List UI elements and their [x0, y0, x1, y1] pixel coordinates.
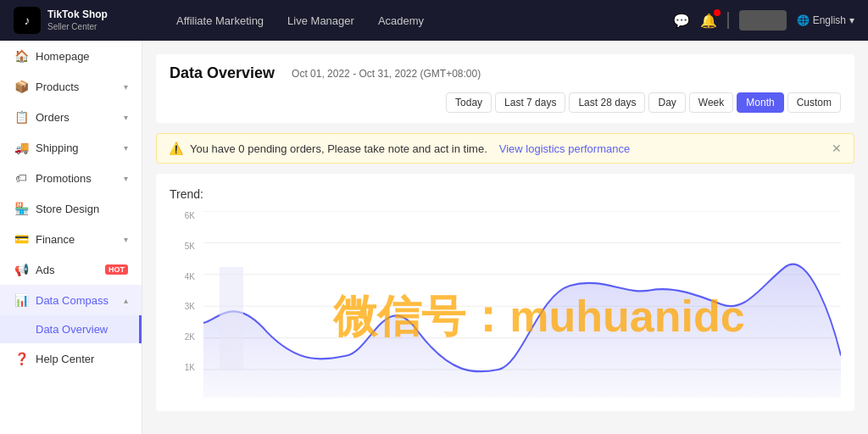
- sidebar-label-data-compass: Data Compass: [36, 294, 117, 307]
- divider: [727, 12, 729, 29]
- shipping-icon: 🚚: [14, 141, 29, 154]
- chart-area: 1K 2K 3K 4K 5K 6K: [170, 211, 841, 398]
- language-selector[interactable]: 🌐 English ▾: [797, 14, 854, 26]
- hot-badge: HOT: [105, 264, 128, 275]
- notification-badge: [714, 9, 721, 16]
- chart-svg-container: 微信号：muhuanidc: [203, 211, 841, 398]
- globe-icon: 🌐: [797, 14, 810, 26]
- nav-right: 💬 🔔 🌐 English ▾: [673, 10, 854, 31]
- date-range: Oct 01, 2022 - Oct 31, 2022 (GMT+08:00): [292, 68, 481, 80]
- chart-y-labels: 1K 2K 3K 4K 5K 6K: [170, 211, 200, 372]
- promotions-arrow-icon: ▾: [124, 174, 128, 183]
- notification-icon[interactable]: 🔔: [700, 13, 717, 29]
- page-title: Data Overview: [170, 64, 275, 82]
- time-btn-last7[interactable]: Last 7 days: [495, 92, 565, 113]
- main-content: Data Overview Oct 01, 2022 - Oct 31, 202…: [142, 41, 868, 434]
- sidebar-label-ads: Ads: [36, 264, 95, 276]
- nav-academy[interactable]: Academy: [378, 14, 424, 27]
- sidebar-label-promotions: Promotions: [36, 172, 117, 185]
- sidebar-item-orders[interactable]: 📋 Orders ▾: [0, 102, 142, 132]
- time-btn-last28[interactable]: Last 28 days: [569, 92, 645, 113]
- products-icon: 📦: [14, 80, 29, 93]
- y-label-2k: 2K: [170, 332, 200, 342]
- alert-link[interactable]: View logistics performance: [499, 142, 630, 155]
- tiktok-logo-icon: ♪: [14, 7, 41, 34]
- alert-close-button[interactable]: ✕: [832, 142, 842, 155]
- sidebar-item-store-design[interactable]: 🏪 Store Design: [0, 193, 142, 224]
- y-label-1k: 1K: [170, 363, 200, 372]
- y-label-6k: 6K: [170, 211, 200, 220]
- store-design-icon: 🏪: [14, 202, 29, 215]
- time-btn-day[interactable]: Day: [648, 92, 685, 113]
- finance-icon: 💳: [14, 232, 29, 246]
- time-buttons: Today Last 7 days Last 28 days Day Week …: [446, 92, 841, 113]
- products-arrow-icon: ▾: [124, 82, 128, 92]
- sidebar-label-products: Products: [36, 81, 117, 93]
- sidebar-item-shipping[interactable]: 🚚 Shipping ▾: [0, 132, 142, 163]
- sidebar-label-shipping: Shipping: [36, 142, 117, 154]
- finance-arrow-icon: ▾: [124, 235, 128, 244]
- svg-rect-8: [220, 267, 243, 370]
- lang-label: English: [813, 14, 846, 26]
- time-btn-custom[interactable]: Custom: [787, 92, 841, 113]
- alert-banner: ⚠️ You have 0 pending orders, Please tak…: [156, 133, 854, 164]
- y-label-3k: 3K: [170, 302, 200, 311]
- nav-affiliate-marketing[interactable]: Affiliate Marketing: [176, 14, 264, 27]
- alert-text: You have 0 pending orders, Please take n…: [190, 142, 487, 155]
- sidebar-item-products[interactable]: 📦 Products ▾: [0, 71, 142, 102]
- sidebar-item-promotions[interactable]: 🏷 Promotions ▾: [0, 163, 142, 193]
- alert-warning-icon: ⚠️: [169, 142, 183, 155]
- sidebar-label-finance: Finance: [36, 233, 117, 246]
- promotions-icon: 🏷: [14, 171, 29, 185]
- y-label-4k: 4K: [170, 272, 200, 281]
- sidebar-label-orders: Orders: [36, 111, 117, 124]
- logo-area: ♪ TikTok Shop Seller Center: [14, 7, 149, 34]
- trend-chart: [203, 211, 841, 398]
- home-icon: 🏠: [14, 49, 29, 63]
- data-compass-arrow-icon: ▴: [124, 296, 128, 305]
- layout: 🏠 Homepage 📦 Products ▾ 📋 Orders ▾ 🚚 Shi…: [0, 41, 868, 434]
- sidebar-item-finance[interactable]: 💳 Finance ▾: [0, 224, 142, 254]
- orders-arrow-icon: ▾: [124, 113, 128, 122]
- user-avatar[interactable]: [739, 10, 787, 31]
- sidebar-sub-data-overview[interactable]: Data Overview: [0, 315, 142, 343]
- y-label-5k: 5K: [170, 242, 200, 251]
- data-overview-header: Data Overview Oct 01, 2022 - Oct 31, 202…: [156, 54, 854, 123]
- shipping-arrow-icon: ▾: [124, 143, 128, 153]
- logo-text: TikTok Shop Seller Center: [47, 8, 108, 33]
- svg-text:♪: ♪: [25, 14, 31, 27]
- time-btn-month[interactable]: Month: [737, 92, 783, 113]
- data-compass-icon: 📊: [14, 293, 29, 307]
- orders-icon: 📋: [14, 110, 29, 124]
- help-center-icon: ❓: [14, 352, 29, 365]
- sidebar-item-homepage[interactable]: 🏠 Homepage: [0, 41, 142, 71]
- chevron-down-icon: ▾: [849, 14, 854, 26]
- sidebar-label-homepage: Homepage: [36, 50, 128, 63]
- chart-title: Trend:: [170, 187, 841, 201]
- message-icon[interactable]: 💬: [673, 13, 690, 29]
- chart-container: Trend: 1K 2K 3K 4K 5K 6K: [156, 174, 854, 411]
- sidebar-item-help-center[interactable]: ❓ Help Center: [0, 343, 142, 374]
- sidebar: 🏠 Homepage 📦 Products ▾ 📋 Orders ▾ 🚚 Shi…: [0, 41, 142, 434]
- time-btn-week[interactable]: Week: [689, 92, 733, 113]
- nav-links: Affiliate Marketing Live Manager Academy: [176, 14, 646, 27]
- top-nav: ♪ TikTok Shop Seller Center Affiliate Ma…: [0, 0, 868, 41]
- sidebar-item-ads[interactable]: 📢 Ads HOT: [0, 254, 142, 285]
- time-btn-today[interactable]: Today: [446, 92, 492, 113]
- sidebar-label-help-center: Help Center: [36, 353, 128, 365]
- sidebar-label-store-design: Store Design: [36, 203, 128, 215]
- ads-icon: 📢: [14, 263, 29, 276]
- nav-live-manager[interactable]: Live Manager: [287, 14, 354, 27]
- sidebar-item-data-compass[interactable]: 📊 Data Compass ▴: [0, 285, 142, 315]
